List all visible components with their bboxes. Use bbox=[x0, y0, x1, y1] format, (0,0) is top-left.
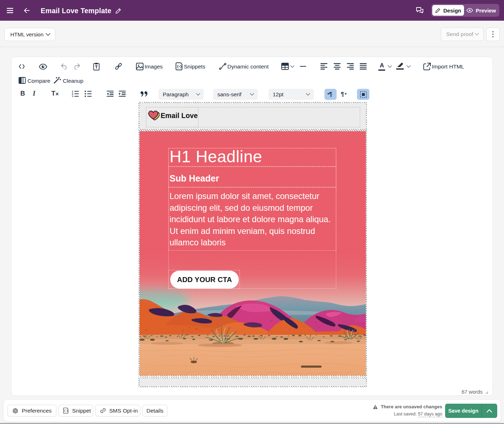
svg-text:¶: ¶ bbox=[341, 91, 344, 97]
svg-text:¶: ¶ bbox=[329, 91, 332, 97]
svg-text:3: 3 bbox=[72, 95, 73, 97]
